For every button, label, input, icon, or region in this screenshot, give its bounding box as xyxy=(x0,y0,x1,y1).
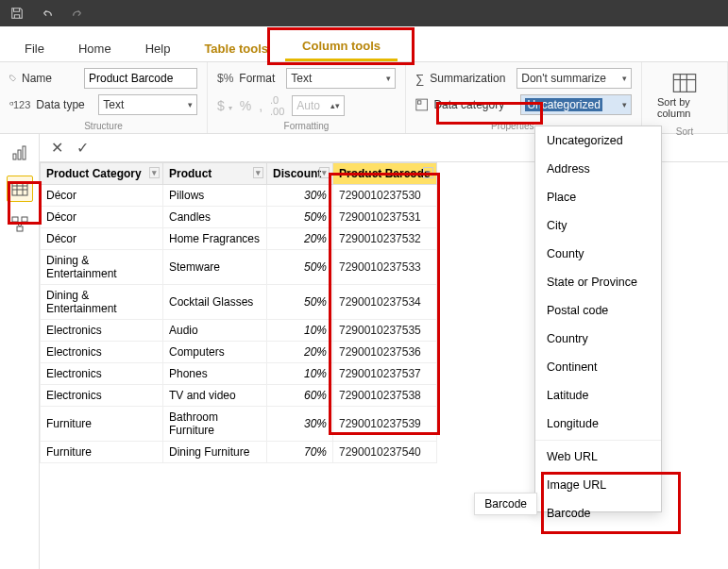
filter-icon[interactable]: ▾ xyxy=(423,167,433,178)
cell-barcode: 7290010237533 xyxy=(333,250,437,285)
svg-line-17 xyxy=(15,222,20,226)
ribbon-tabs: File Home Help Table tools Column tools xyxy=(0,26,728,62)
table-row[interactable]: Décor Candles 50% 7290010237531 xyxy=(41,207,437,228)
menu-item[interactable]: Longitude xyxy=(535,410,661,438)
cell-category: Décor xyxy=(41,228,163,250)
menu-item[interactable]: Place xyxy=(535,183,661,211)
table-row[interactable]: Electronics Computers 20% 7290010237536 xyxy=(41,342,437,363)
cell-barcode: 7290010237532 xyxy=(333,228,437,250)
datacategory-menu: UncategorizedAddressPlaceCityCountyState… xyxy=(534,126,662,512)
col-category[interactable]: Product Category▾ xyxy=(41,163,163,185)
svg-rect-1 xyxy=(418,101,421,104)
cell-discount: 30% xyxy=(267,185,333,207)
cell-product: Cocktail Glasses xyxy=(163,285,267,320)
sigma-icon: ∑ xyxy=(415,72,424,86)
menu-item[interactable]: Country xyxy=(535,325,661,353)
cell-discount: 20% xyxy=(267,228,333,250)
cell-category: Electronics xyxy=(41,320,163,342)
svg-line-18 xyxy=(20,222,25,226)
filter-icon[interactable]: ▾ xyxy=(149,167,160,178)
svg-rect-16 xyxy=(17,226,23,231)
datatype-value: Text xyxy=(103,98,124,111)
decimal-icon[interactable]: .0.00 xyxy=(270,94,284,117)
tag-icon xyxy=(9,72,16,85)
table-row[interactable]: Electronics Audio 10% 7290010237535 xyxy=(41,320,437,342)
titlebar xyxy=(0,0,728,26)
save-icon[interactable] xyxy=(8,4,26,23)
cell-barcode: 7290010237537 xyxy=(333,363,437,385)
menu-item[interactable]: County xyxy=(535,240,661,268)
cell-barcode: 7290010237530 xyxy=(333,185,437,207)
col-product[interactable]: Product▾ xyxy=(163,163,267,185)
menu-item[interactable]: Address xyxy=(535,155,661,183)
datacategory-dropdown[interactable]: Uncategorized▾ xyxy=(520,94,632,115)
menu-item[interactable]: Web URL xyxy=(535,443,661,471)
cell-product: Computers xyxy=(163,342,267,363)
cell-category: Electronics xyxy=(41,363,163,385)
percent-icon[interactable]: % xyxy=(240,98,251,113)
cancel-icon[interactable]: ✕ xyxy=(51,139,63,157)
menu-item[interactable]: Barcode xyxy=(535,499,661,527)
cell-product: Bathroom Furniture xyxy=(163,407,267,442)
filter-icon[interactable]: ▾ xyxy=(253,167,263,178)
cell-category: Dining & Entertainment xyxy=(41,250,163,285)
table-row[interactable]: Electronics TV and video 60% 72900102375… xyxy=(41,385,437,407)
menu-item[interactable]: Postal code xyxy=(535,296,661,325)
format-dropdown[interactable]: Text▾ xyxy=(286,68,396,89)
auto-label: Auto xyxy=(296,99,320,112)
table-row[interactable]: Décor Pillows 30% 7290010237530 xyxy=(41,185,437,207)
chevron-down-icon: ▾ xyxy=(188,100,193,109)
menu-item[interactable]: State or Province xyxy=(535,268,661,296)
sort-label: Sort by column xyxy=(657,96,712,119)
svg-rect-15 xyxy=(22,217,27,222)
summarization-dropdown[interactable]: Don't summarize▾ xyxy=(516,68,632,89)
tab-column-tools[interactable]: Column tools xyxy=(285,31,398,61)
view-rail xyxy=(0,134,40,569)
decimal-places-input[interactable]: Auto ▴▾ xyxy=(292,95,345,116)
commit-icon[interactable]: ✓ xyxy=(76,139,89,157)
format-value: Text xyxy=(291,72,312,85)
cell-category: Furniture xyxy=(41,442,163,463)
report-view-button[interactable] xyxy=(7,140,33,166)
cell-category: Furniture xyxy=(41,407,163,442)
redo-icon[interactable] xyxy=(68,4,87,23)
undo-icon[interactable] xyxy=(38,4,57,23)
chevron-down-icon: ▾ xyxy=(622,74,627,83)
datacategory-label: Data category xyxy=(433,98,515,111)
tab-help[interactable]: Help xyxy=(128,34,188,61)
menu-item[interactable]: Uncategorized xyxy=(535,126,661,155)
name-input[interactable] xyxy=(84,68,197,89)
col-barcode[interactable]: Product Barcode▾ xyxy=(333,163,437,185)
table-row[interactable]: Dining & Entertainment Stemware 50% 7290… xyxy=(41,250,437,285)
menu-item[interactable]: Continent xyxy=(535,353,661,381)
data-view-button[interactable] xyxy=(7,176,33,202)
table-row[interactable]: Décor Home Fragrances 20% 7290010237532 xyxy=(41,228,437,250)
sort-by-column-button[interactable]: Sort by column xyxy=(652,68,718,123)
table-row[interactable]: Furniture Dining Furniture 70% 729001023… xyxy=(41,442,437,463)
datatype-dropdown[interactable]: Text▾ xyxy=(98,94,197,115)
cell-category: Décor xyxy=(41,185,163,207)
cell-discount: 70% xyxy=(267,442,333,463)
table-row[interactable]: Furniture Bathroom Furniture 30% 7290010… xyxy=(41,407,437,442)
menu-item[interactable]: City xyxy=(535,211,661,240)
col-discount[interactable]: Discount▾ xyxy=(267,163,333,185)
svg-rect-6 xyxy=(13,154,16,159)
group-structure-label: Structure xyxy=(9,117,197,131)
cell-discount: 30% xyxy=(267,407,333,442)
comma-icon[interactable]: , xyxy=(259,98,262,113)
model-view-button[interactable] xyxy=(7,211,33,238)
filter-icon[interactable]: ▾ xyxy=(319,167,330,178)
menu-item[interactable]: Image URL xyxy=(535,471,661,499)
currency-icon[interactable]: $ ▾ xyxy=(217,98,232,113)
tab-home[interactable]: Home xyxy=(61,34,128,61)
table-row[interactable]: Electronics Phones 10% 7290010237537 xyxy=(41,363,437,385)
tab-file[interactable]: File xyxy=(8,34,61,61)
table-row[interactable]: Dining & Entertainment Cocktail Glasses … xyxy=(41,285,437,320)
cell-product: Dining Furniture xyxy=(163,442,267,463)
data-grid: Product Category▾ Product▾ Discount▾ Pro… xyxy=(40,162,437,463)
svg-rect-9 xyxy=(12,182,27,195)
cell-barcode: 7290010237531 xyxy=(333,207,437,228)
cell-discount: 10% xyxy=(267,320,333,342)
menu-item[interactable]: Latitude xyxy=(535,381,661,410)
tab-table-tools[interactable]: Table tools xyxy=(187,34,285,61)
